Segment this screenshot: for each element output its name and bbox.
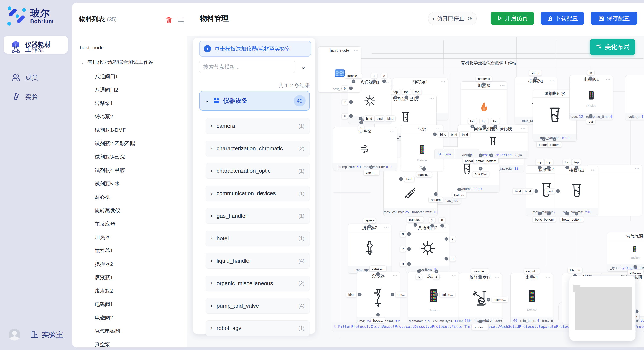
port-connector-dot[interactable]: › [360, 121, 363, 124]
port-bind[interactable]: bind [438, 132, 448, 137]
category-row-liquid_handler[interactable]: ›liquid_handler(4) [206, 253, 310, 269]
node-八通阀门2[interactable]: 八通阀门2•••positions: 8 [406, 224, 449, 273]
category-row-characterization_chromatic[interactable]: ›characterization_chromatic(2) [206, 141, 310, 156]
port-connector-dot[interactable]: ‹ [478, 275, 482, 279]
port-6[interactable]: 6 [342, 85, 348, 91]
refresh-icon[interactable]: ⟳ [468, 15, 472, 22]
port-bind[interactable]: bind [404, 176, 415, 182]
tree-item[interactable]: 转移泵2 [95, 113, 113, 120]
port-connector-dot[interactable]: ‹ [556, 189, 560, 193]
port-7[interactable]: 7 [400, 246, 406, 252]
port-connector-dot[interactable]: › [435, 270, 438, 273]
port-4[interactable]: 4 [433, 274, 440, 280]
port-connector-dot[interactable]: › [589, 114, 593, 118]
collapse-list-icon[interactable] [177, 16, 185, 25]
port-connector-dot[interactable]: › [368, 224, 372, 228]
port-transfe...[interactable]: transfe... [407, 217, 424, 222]
port-out[interactable]: out [586, 119, 596, 124]
port-bind[interactable]: bind [460, 132, 470, 137]
category-row-organic_miscellaneous[interactable]: ›organic_miscellaneous(2) [206, 276, 310, 291]
port-um...[interactable]: um... [395, 292, 407, 298]
port-connector-dot[interactable]: ‹ [471, 125, 474, 128]
tree-item[interactable]: 试剂瓶3-己烷 [95, 154, 125, 160]
port-connector-dot[interactable]: › [458, 188, 461, 191]
sidebar-item-experiments[interactable]: 实验 [4, 88, 68, 106]
node-离心机[interactable]: 离心机•••Devicetemp: 40min_temp: 4max_speed [510, 273, 553, 324]
port-connector-dot[interactable]: ‹ [433, 133, 437, 136]
port-connector-dot[interactable]: ‹ [566, 166, 569, 170]
port-7[interactable]: 7 [342, 99, 348, 105]
category-row-characterization_optic[interactable]: ›characterization_optic(1) [206, 163, 310, 178]
port-connector-dot[interactable]: › [434, 192, 438, 196]
port-connector-dot[interactable]: › [372, 80, 376, 83]
port-connector-dot[interactable]: ‹ [405, 96, 408, 99]
port-5[interactable]: 5 [416, 274, 422, 280]
port-connector-dot[interactable]: › [349, 100, 353, 104]
node-气源[interactable]: 气源•••Device气源 [401, 125, 444, 172]
node-menu-icon[interactable]: ••• [500, 84, 505, 87]
port-connector-dot[interactable]: › [553, 137, 556, 141]
port-bottom[interactable]: bottom [547, 142, 562, 148]
port-stirrer[interactable]: stirrer [363, 218, 376, 224]
port-2[interactable]: 2 [449, 236, 456, 242]
port-connector-dot[interactable]: ‹ [408, 262, 411, 266]
tree-item[interactable]: 真空泵 [95, 341, 110, 348]
tree-item[interactable]: 旋转蒸发仪 [95, 207, 120, 214]
port-bind[interactable]: bind [512, 188, 523, 194]
search-input[interactable] [199, 61, 295, 73]
trash-icon[interactable] [165, 16, 173, 25]
port-connector-dot[interactable]: › [575, 212, 578, 216]
port-bottom[interactable]: bottom [428, 197, 443, 203]
port-top[interactable]: top [563, 159, 572, 165]
node-menu-icon[interactable]: ••• [591, 168, 596, 172]
port-6[interactable]: 6 [400, 231, 406, 237]
node-分液器[interactable]: 分液器•••volume: 250has_phases: true [357, 272, 400, 325]
chevron-down-icon[interactable]: ⌄ [81, 60, 84, 65]
port-bind[interactable]: bind [346, 292, 357, 298]
node-menu-icon[interactable]: ••• [521, 127, 526, 131]
tree-item[interactable]: 试剂瓶2-乙酸乙酯 [95, 140, 135, 147]
port-bind[interactable]: bind [385, 116, 396, 121]
port-bind[interactable]: bind [364, 116, 374, 121]
node-menu-icon[interactable]: ••• [390, 129, 395, 133]
node-card[interactable]: voltage: 12 [625, 75, 644, 120]
port-connector-dot[interactable]: › [478, 320, 482, 324]
tree-item[interactable]: 搅拌器1 [95, 247, 113, 254]
node-menu-icon[interactable]: ••• [495, 275, 500, 279]
port-stirrer[interactable]: stirrer [529, 70, 542, 76]
port-1[interactable]: 1 [429, 217, 435, 223]
node-menu-icon[interactable]: ••• [550, 79, 555, 83]
node-menu-icon[interactable]: ••• [546, 275, 551, 279]
port-8[interactable]: 8 [439, 217, 445, 223]
port-connector-dot[interactable]: ‹ [416, 96, 419, 99]
tree-item[interactable]: 试剂瓶1-DMF [95, 127, 126, 134]
port-connector-dot[interactable]: › [349, 87, 353, 90]
node-menu-icon[interactable]: ••• [429, 97, 434, 101]
port-bind[interactable]: bind [522, 188, 533, 194]
sidebar-item-workflow[interactable]: 工作流 [4, 41, 68, 58]
node-menu-icon[interactable]: ••• [606, 77, 611, 81]
port-produc...[interactable]: produc... [472, 324, 488, 330]
beautify-layout-button[interactable]: 美化布局 [590, 39, 635, 55]
tree-item[interactable]: 电磁阀2 [95, 314, 113, 321]
node-真空泵[interactable]: 真空泵•••pump_rate: 50max_vacuum: 0.1 [333, 127, 397, 171]
tree-item[interactable]: 试剂瓶4-甲醇 [95, 167, 125, 174]
port-top[interactable]: top [468, 118, 477, 124]
port-connector-dot[interactable]: › [487, 298, 490, 302]
tree-item[interactable]: 搅拌器2 [95, 261, 113, 268]
port-connector-dot[interactable]: › [534, 77, 537, 80]
port-colum...[interactable]: colum... [439, 292, 455, 298]
port-3[interactable]: 3 [449, 256, 456, 262]
port-connector-dot[interactable]: ‹ [376, 272, 380, 276]
port-botto...[interactable]: botto... [371, 318, 385, 323]
port-connector-dot[interactable]: › [376, 313, 380, 317]
category-row-robot_agv[interactable]: ›robot_agv(1) [206, 321, 310, 336]
tree-item[interactable]: 电磁阀1 [95, 301, 113, 308]
port-top[interactable]: top [413, 89, 422, 95]
chevron-down-icon[interactable]: ⌄ [300, 63, 306, 70]
port-connector-dot[interactable]: › [382, 80, 386, 83]
category-row-camera[interactable]: ›camera(1) [206, 118, 310, 134]
node-menu-icon[interactable]: ••• [436, 127, 441, 131]
tree-item[interactable]: 离心机 [95, 194, 110, 200]
node-menu-icon[interactable]: ••• [384, 226, 389, 230]
